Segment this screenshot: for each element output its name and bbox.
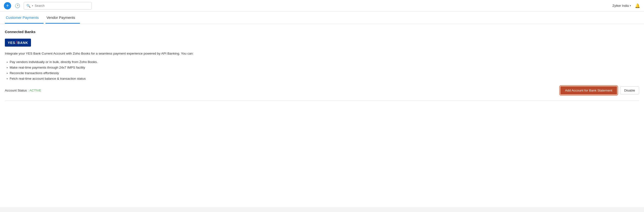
top-nav: + 🕑 🔍 ▾ Zylker India ▾ 🔔: [0, 0, 644, 11]
main-content: Connected Banks YES / BANK Integrate you…: [0, 24, 644, 207]
account-status-left: Account Status : ACTIVE: [5, 89, 41, 92]
add-account-button[interactable]: Add Account for Bank Statement: [560, 86, 617, 95]
tab-vendor-payments[interactable]: Vendor Payments: [46, 11, 80, 24]
notification-icon: 🔔: [635, 3, 640, 8]
list-item: Reconcile transactions effortlessly: [7, 71, 639, 75]
disable-button[interactable]: Disable: [620, 87, 639, 95]
status-colon: : ACTIVE: [28, 89, 42, 92]
yes-bank-logo: YES / BANK: [5, 39, 31, 47]
bank-text: BANK: [18, 41, 28, 45]
search-bar: 🔍 ▾: [24, 2, 92, 10]
search-input[interactable]: [34, 4, 89, 7]
list-item: Fetch real-time account balance & transa…: [7, 77, 639, 80]
search-icon: 🔍: [26, 4, 30, 8]
connected-banks-title: Connected Banks: [5, 30, 639, 34]
yes-text: YES: [8, 41, 15, 45]
search-dropdown-icon: ▾: [32, 4, 33, 7]
notification-button[interactable]: 🔔: [635, 3, 640, 8]
description-text: Integrate your YES Bank Current Account …: [5, 51, 639, 56]
nav-right: Zylker India ▾ 🔔: [612, 3, 640, 8]
org-chevron-icon: ▾: [630, 4, 631, 7]
list-item: Make real-time payments through 24x7 IMP…: [7, 66, 639, 69]
history-icon: 🕑: [15, 3, 20, 8]
tab-customer-payments[interactable]: Customer Payments: [5, 11, 44, 24]
status-label: Account Status: [5, 89, 27, 92]
history-button[interactable]: 🕑: [14, 2, 21, 9]
list-item: Pay vendors individually or in bulk, dir…: [7, 60, 639, 64]
features-list: Pay vendors individually or in bulk, dir…: [5, 60, 639, 80]
add-button[interactable]: +: [4, 2, 11, 9]
bottom-divider: [5, 101, 639, 101]
tabs-container: Customer Payments Vendor Payments: [0, 11, 644, 24]
slash-icon: /: [15, 40, 18, 45]
account-status-row: Account Status : ACTIVE Add Account for …: [5, 86, 639, 95]
account-status-right: Add Account for Bank Statement Disable: [560, 86, 639, 95]
org-name[interactable]: Zylker India ▾: [612, 4, 631, 7]
